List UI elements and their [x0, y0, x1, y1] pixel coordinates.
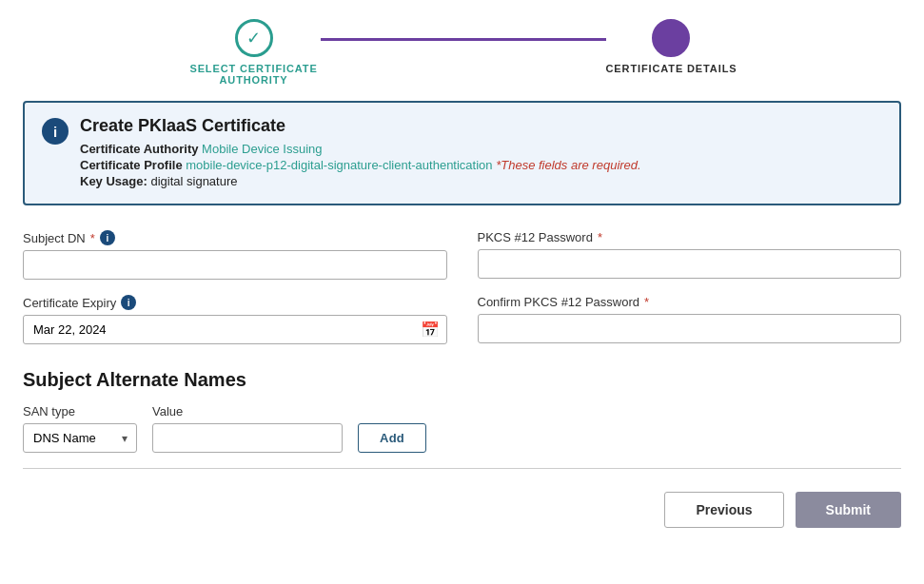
banner-ca-value: Mobile Device Issuing: [202, 142, 322, 156]
banner-content: Create PKIaaS Certificate Certificate Au…: [80, 116, 641, 190]
confirm-pkcs-group: Confirm PKCS #12 Password *: [478, 295, 902, 344]
calendar-icon[interactable]: 📅: [421, 321, 440, 339]
confirm-pkcs-input[interactable]: [478, 314, 902, 343]
banner-key-usage-row: Key Usage: digital signature: [80, 174, 641, 188]
form-row-1: Subject DN * i PKCS #12 Password *: [23, 230, 901, 280]
banner-title: Create PKIaaS Certificate: [80, 116, 641, 136]
step2-circle: [652, 19, 690, 57]
submit-button[interactable]: Submit: [796, 492, 901, 528]
san-row: SAN type DNS Name IP Address Email URI ▾…: [23, 404, 901, 453]
step1-label: SELECT CERTIFICATE AUTHORITY: [187, 63, 321, 86]
banner-profile-value: mobile-device-p12-digital-signature-clie…: [186, 158, 492, 172]
san-type-select-wrapper: DNS Name IP Address Email URI ▾: [23, 423, 137, 453]
stepper-connector: [321, 38, 606, 41]
step1-circle: ✓: [235, 19, 273, 57]
san-value-input[interactable]: [152, 423, 343, 453]
san-value-label: Value: [152, 404, 343, 419]
footer-buttons: Previous Submit: [0, 480, 924, 543]
cert-expiry-label: Certificate Expiry i: [23, 295, 447, 310]
form-section: Subject DN * i PKCS #12 Password * Certi…: [0, 223, 924, 344]
subject-dn-input[interactable]: [23, 250, 447, 280]
banner-profile-label: Certificate Profile: [80, 158, 183, 172]
subject-dn-required: *: [90, 231, 95, 245]
banner-required-note: *These fields are required.: [496, 158, 640, 172]
subject-dn-group: Subject DN * i: [23, 230, 447, 280]
pkcs-password-input[interactable]: [478, 249, 902, 279]
previous-button[interactable]: Previous: [664, 492, 783, 528]
check-icon: ✓: [246, 28, 261, 49]
date-wrapper: 📅: [23, 315, 447, 344]
stepper: ✓ SELECT CERTIFICATE AUTHORITY CERTIFICA…: [0, 0, 924, 101]
confirm-pkcs-required: *: [644, 295, 649, 309]
form-row-2: Certificate Expiry i 📅 Confirm PKCS #12 …: [23, 295, 901, 344]
pkcs-required: *: [598, 230, 602, 244]
info-banner: i Create PKIaaS Certificate Certificate …: [23, 101, 901, 205]
cert-expiry-info-icon[interactable]: i: [121, 295, 136, 310]
step2-label: CERTIFICATE DETAILS: [606, 63, 737, 74]
cert-expiry-group: Certificate Expiry i 📅: [23, 295, 447, 344]
confirm-pkcs-label: Confirm PKCS #12 Password *: [478, 295, 902, 309]
add-san-button[interactable]: Add: [358, 423, 426, 453]
banner-ca-row: Certificate Authority Mobile Device Issu…: [80, 142, 641, 156]
cert-expiry-input[interactable]: [23, 315, 447, 344]
pkcs-password-group: PKCS #12 Password *: [478, 230, 902, 280]
banner-key-usage-value: digital signature: [150, 174, 237, 188]
san-type-group: SAN type DNS Name IP Address Email URI ▾: [23, 404, 137, 453]
stepper-step1: ✓ SELECT CERTIFICATE AUTHORITY: [187, 19, 321, 86]
divider: [23, 468, 901, 469]
san-type-label: SAN type: [23, 404, 137, 419]
san-section: Subject Alternate Names SAN type DNS Nam…: [0, 360, 924, 453]
banner-key-usage-label: Key Usage:: [80, 174, 147, 188]
pkcs-password-label: PKCS #12 Password *: [478, 230, 902, 244]
subject-dn-info-icon[interactable]: i: [100, 230, 115, 245]
stepper-step2: CERTIFICATE DETAILS: [606, 19, 737, 74]
banner-ca-label: Certificate Authority: [80, 142, 198, 156]
banner-profile-row: Certificate Profile mobile-device-p12-di…: [80, 158, 641, 172]
subject-dn-label: Subject DN * i: [23, 230, 447, 245]
san-title: Subject Alternate Names: [23, 369, 901, 391]
banner-info-icon: i: [42, 118, 69, 145]
san-type-select[interactable]: DNS Name IP Address Email URI: [23, 423, 137, 453]
san-value-group: Value: [152, 404, 343, 453]
